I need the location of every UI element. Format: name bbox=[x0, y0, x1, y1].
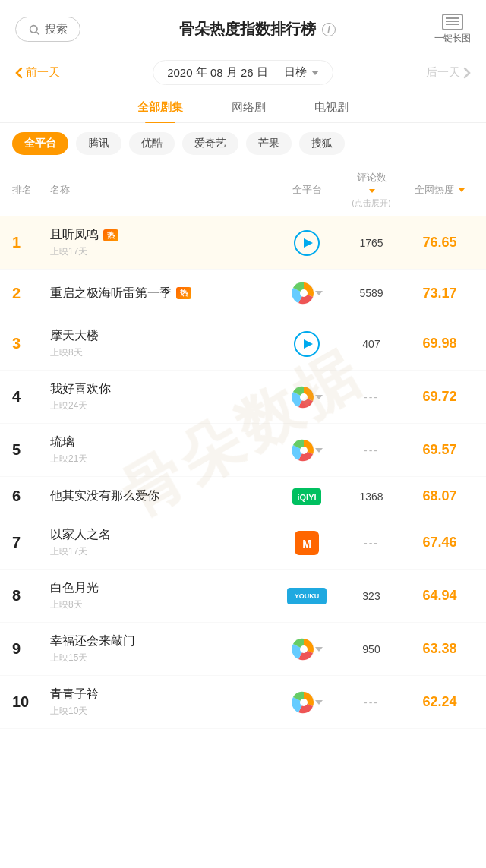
header-rank: 排名 bbox=[12, 183, 50, 197]
date-selector[interactable]: 2020 年 08 月 26 日 日榜 bbox=[153, 60, 333, 85]
platform-logo bbox=[276, 229, 337, 257]
heat-value: 69.57 bbox=[406, 442, 474, 458]
svg-line-1 bbox=[36, 32, 39, 34]
tab-all-dramas[interactable]: 全部剧集 bbox=[113, 93, 207, 122]
table-row[interactable]: 6 他其实没有那么爱你 iQIYI 1368 68.07 bbox=[0, 477, 486, 516]
heat-sort-icon bbox=[459, 188, 465, 192]
heat-value: 69.72 bbox=[406, 389, 474, 405]
svg-marker-14 bbox=[315, 448, 323, 453]
svg-marker-24 bbox=[315, 700, 323, 705]
comment-count: --- bbox=[337, 444, 406, 456]
platform-sohu[interactable]: 搜狐 bbox=[299, 132, 345, 155]
comment-value: --- bbox=[364, 696, 379, 709]
svg-text:M: M bbox=[302, 538, 311, 550]
svg-marker-21 bbox=[315, 647, 323, 652]
drama-name-col: 幸福还会来敲门 上映15天 bbox=[50, 633, 276, 664]
multi-platform-icon bbox=[291, 690, 317, 715]
comment-count: 323 bbox=[337, 590, 406, 602]
platform-youku[interactable]: 优酷 bbox=[129, 132, 175, 155]
prev-day-button[interactable]: 前一天 bbox=[15, 65, 60, 80]
next-day-button[interactable]: 后一天 bbox=[426, 65, 471, 80]
platform-logo: YOUKU bbox=[276, 588, 337, 604]
platform-filter: 全平台 腾讯 优酷 爱奇艺 芒果 搜狐 bbox=[0, 123, 486, 164]
table-row[interactable]: 4 我好喜欢你 上映24天 --- 69.72 bbox=[0, 371, 486, 424]
table-row[interactable]: 3 摩天大楼 上映8天 407 69.98 bbox=[0, 317, 486, 371]
date-year: 2020 bbox=[167, 66, 192, 79]
youku-logo: YOUKU bbox=[287, 588, 327, 604]
search-button[interactable]: 搜索 bbox=[15, 17, 80, 42]
drama-name-col: 摩天大楼 上映8天 bbox=[50, 328, 276, 359]
platform-mango[interactable]: 芒果 bbox=[246, 132, 292, 155]
drama-name-col: 以家人之名 上映17天 bbox=[50, 527, 276, 558]
header-heat: 全网热度 bbox=[406, 183, 474, 197]
drama-sub-info: 上映17天 bbox=[50, 245, 276, 258]
date-type[interactable]: 日榜 bbox=[276, 65, 319, 80]
drama-title: 我好喜欢你 bbox=[50, 381, 276, 397]
drama-name-col: 重启之极海听雷第一季 热 bbox=[50, 286, 276, 301]
header-platform: 全平台 bbox=[276, 183, 337, 197]
header-name: 名称 bbox=[50, 183, 276, 197]
svg-point-10 bbox=[300, 393, 308, 401]
rank-number: 2 bbox=[12, 285, 50, 302]
header-comment[interactable]: 评论数 (点击展开) bbox=[337, 172, 406, 208]
drama-title: 重启之极海听雷第一季 热 bbox=[50, 286, 276, 301]
drama-name-col: 他其实没有那么爱你 bbox=[50, 488, 276, 504]
comment-count: 407 bbox=[337, 338, 406, 350]
header: 搜索 骨朵热度指数排行榜 i 一键长图 bbox=[0, 0, 486, 52]
rank-number: 3 bbox=[12, 335, 50, 352]
dropdown-arrow-icon bbox=[315, 699, 323, 706]
comment-value: 407 bbox=[362, 338, 380, 350]
dropdown-arrow-icon bbox=[315, 645, 323, 653]
drama-sub-info: 上映8天 bbox=[50, 346, 276, 359]
comment-value: 1368 bbox=[359, 491, 383, 503]
comment-count: 950 bbox=[337, 643, 406, 655]
comment-count: 5589 bbox=[337, 287, 406, 299]
drama-title: 以家人之名 bbox=[50, 527, 276, 543]
search-icon bbox=[28, 24, 40, 36]
table-row[interactable]: 5 琉璃 上映21天 --- 69.57 bbox=[0, 424, 486, 477]
drama-title: 摩天大楼 bbox=[50, 328, 276, 344]
rank-number: 6 bbox=[12, 488, 50, 505]
tab-tv-dramas[interactable]: 电视剧 bbox=[290, 93, 373, 122]
platform-logo bbox=[276, 384, 337, 410]
table-row[interactable]: 9 幸福还会来敲门 上映15天 950 63.38 bbox=[0, 623, 486, 676]
youku-play-icon bbox=[293, 330, 320, 358]
table-row[interactable]: 1 且听凤鸣 热 上映17天 1765 76.65 bbox=[0, 216, 486, 270]
content-tabs: 全部剧集 网络剧 电视剧 bbox=[0, 93, 486, 123]
comment-count: 1368 bbox=[337, 491, 406, 503]
platform-iqiyi[interactable]: 爱奇艺 bbox=[182, 132, 238, 155]
platform-tencent[interactable]: 腾讯 bbox=[76, 132, 122, 155]
comment-count: --- bbox=[337, 696, 406, 709]
drama-name-col: 且听凤鸣 热 上映17天 bbox=[50, 227, 276, 258]
hot-badge: 热 bbox=[103, 229, 118, 241]
platform-all[interactable]: 全平台 bbox=[12, 132, 68, 155]
rank-number: 10 bbox=[12, 693, 50, 711]
tab-web-dramas[interactable]: 网络剧 bbox=[207, 93, 290, 122]
drama-sub-info: 上映15天 bbox=[50, 652, 276, 664]
multi-platform-icon bbox=[291, 636, 317, 662]
table-row[interactable]: 7 以家人之名 上映17天 M --- 67.46 bbox=[0, 516, 486, 570]
table-row[interactable]: 8 白色月光 上映8天 YOUKU 323 64.94 bbox=[0, 570, 486, 623]
heat-value: 63.38 bbox=[406, 641, 474, 657]
longpic-button[interactable]: 一键长图 bbox=[434, 14, 471, 45]
svg-point-5 bbox=[300, 289, 308, 297]
comment-value: 5589 bbox=[359, 287, 383, 299]
drama-title: 他其实没有那么爱你 bbox=[50, 488, 276, 504]
drama-name-col: 琉璃 上映21天 bbox=[50, 434, 276, 466]
table-row[interactable]: 2 重启之极海听雷第一季 热 5589 73.17 bbox=[0, 270, 486, 317]
ranking-table: 1 且听凤鸣 热 上映17天 1765 76.65 2 重启之极海听雷第一季 热 bbox=[0, 216, 486, 729]
page-title: 骨朵热度指数排行榜 i bbox=[179, 19, 336, 39]
drama-title: 幸福还会来敲门 bbox=[50, 633, 276, 649]
mango-logo: M bbox=[295, 531, 319, 555]
comment-value: 950 bbox=[362, 643, 380, 655]
table-row[interactable]: 10 青青子衿 上映10天 --- 62.24 bbox=[0, 676, 486, 729]
comment-value: --- bbox=[364, 444, 379, 456]
youku-play-icon bbox=[293, 229, 320, 257]
sort-down-icon bbox=[368, 185, 375, 197]
iqiyi-logo: iQIYI bbox=[292, 488, 321, 505]
rank-number: 1 bbox=[12, 234, 50, 251]
svg-marker-8 bbox=[304, 339, 313, 349]
info-icon[interactable]: i bbox=[322, 23, 336, 36]
drama-sub-info: 上映17天 bbox=[50, 545, 276, 558]
heat-value: 67.46 bbox=[406, 535, 474, 551]
